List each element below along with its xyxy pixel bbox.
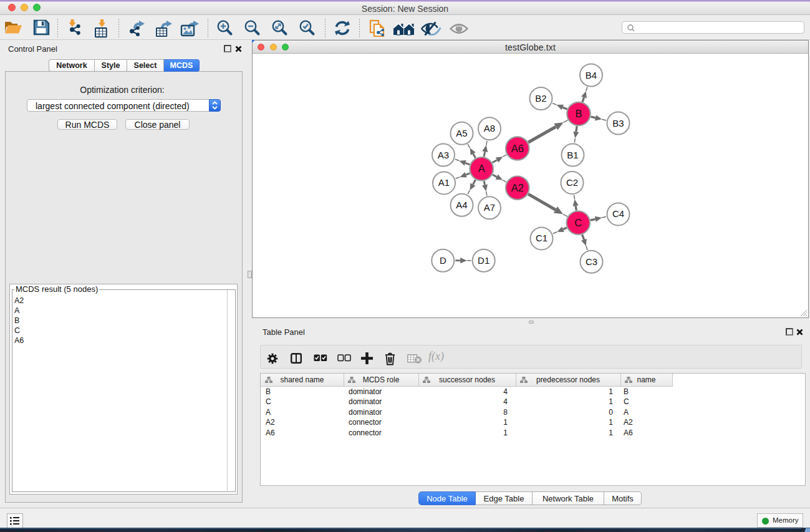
svg-text:C4: C4 xyxy=(612,208,624,219)
svg-text:A3: A3 xyxy=(438,150,449,160)
svg-text:B2: B2 xyxy=(535,93,546,104)
svg-text:B3: B3 xyxy=(612,118,624,128)
svg-text:C3: C3 xyxy=(586,256,597,267)
svg-text:A1: A1 xyxy=(438,177,450,188)
svg-text:A2: A2 xyxy=(511,182,524,193)
svg-text:B4: B4 xyxy=(586,70,597,80)
svg-text:B1: B1 xyxy=(567,150,578,160)
svg-text:C: C xyxy=(574,217,582,228)
svg-text:B: B xyxy=(575,108,582,119)
svg-text:A5: A5 xyxy=(456,128,467,138)
svg-text:D: D xyxy=(440,255,446,266)
svg-text:C1: C1 xyxy=(536,233,547,243)
svg-text:A: A xyxy=(478,163,485,174)
svg-text:A7: A7 xyxy=(484,202,495,213)
svg-text:A8: A8 xyxy=(484,123,495,133)
svg-text:A6: A6 xyxy=(511,143,524,154)
svg-text:D1: D1 xyxy=(478,255,489,266)
svg-text:C2: C2 xyxy=(566,177,578,188)
svg-text:A4: A4 xyxy=(456,200,467,210)
